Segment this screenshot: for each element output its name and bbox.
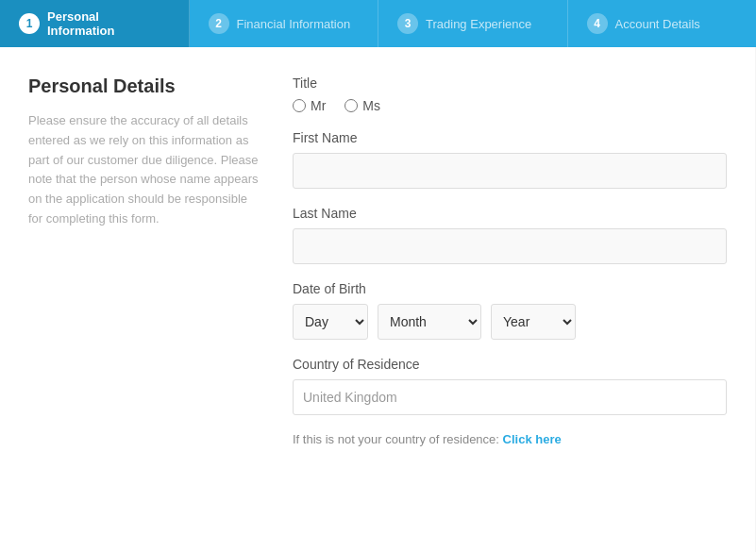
step-circle-4: 4 <box>587 13 608 34</box>
radio-mr-label[interactable]: Mr <box>293 98 326 113</box>
step-circle-1: 1 <box>19 13 40 34</box>
dob-group: Date of Birth Day 12345 678910 111213141… <box>293 281 727 340</box>
radio-ms-text: Ms <box>362 98 380 113</box>
hint-container: If this is not your country of residence… <box>293 432 727 446</box>
first-name-label: First Name <box>293 130 727 145</box>
title-radio-group: Mr Ms <box>293 98 727 113</box>
year-select[interactable]: Year for(let y=2024;y>=1920;y--){ docume… <box>491 304 576 340</box>
radio-ms-label[interactable]: Ms <box>344 98 380 113</box>
step-label-3: Trading Experience <box>426 17 531 31</box>
step-label-2: Financial Information <box>237 17 351 31</box>
dob-row: Day 12345 678910 1112131415 1617181920 2… <box>293 304 727 340</box>
section-title: Personal Details <box>28 75 264 97</box>
title-label: Title <box>293 75 727 91</box>
nav-step-4[interactable]: 4 Account Details <box>568 0 757 47</box>
main-content: Personal Details Please ensure the accur… <box>0 47 755 552</box>
radio-mr-text: Mr <box>311 98 326 113</box>
country-label: Country of Residence <box>293 357 727 372</box>
hint-text: If this is not your country of residence… <box>293 432 499 446</box>
dob-label: Date of Birth <box>293 281 727 296</box>
left-panel: Personal Details Please ensure the accur… <box>28 75 293 524</box>
step-circle-2: 2 <box>209 13 229 34</box>
last-name-group: Last Name <box>293 206 727 264</box>
title-group: Title Mr Ms <box>293 75 727 113</box>
first-name-input[interactable] <box>293 153 727 189</box>
nav-step-1[interactable]: 1 Personal Information <box>0 0 190 47</box>
step-label-4: Account Details <box>615 17 700 31</box>
top-nav: 1 Personal Information 2 Financial Infor… <box>0 0 756 47</box>
last-name-input[interactable] <box>293 228 727 264</box>
nav-step-2[interactable]: 2 Financial Information <box>190 0 379 47</box>
country-group: Country of Residence <box>293 357 727 415</box>
radio-mr[interactable] <box>293 99 306 112</box>
first-name-group: First Name <box>293 130 727 189</box>
day-select[interactable]: Day 12345 678910 1112131415 1617181920 2… <box>293 304 368 340</box>
section-description: Please ensure the accuracy of all detail… <box>28 111 264 229</box>
click-here-link[interactable]: Click here <box>503 432 562 446</box>
last-name-label: Last Name <box>293 206 727 221</box>
month-select[interactable]: Month JanuaryFebruaryMarch AprilMayJune … <box>378 304 481 340</box>
nav-step-3[interactable]: 3 Trading Experience <box>378 0 568 47</box>
radio-ms[interactable] <box>344 99 358 112</box>
step-circle-3: 3 <box>397 13 418 34</box>
country-input[interactable] <box>293 379 727 415</box>
right-panel: Title Mr Ms First Name Last Name <box>293 75 727 524</box>
step-label-1: Personal Information <box>47 9 170 38</box>
